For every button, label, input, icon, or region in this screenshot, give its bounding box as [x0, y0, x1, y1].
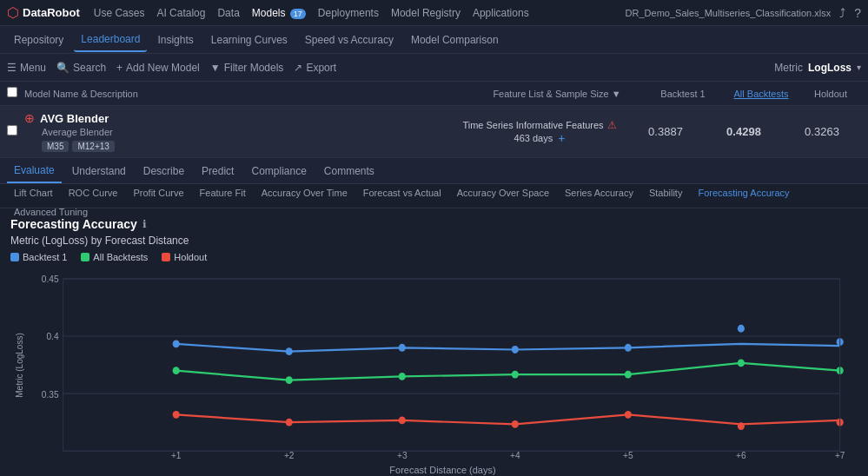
all-backtests-score: 0.4298: [705, 125, 783, 138]
feature-add-icon[interactable]: +: [558, 131, 565, 145]
green-point-6: [738, 359, 745, 367]
chart-tabs: Lift Chart ROC Curve Profit Curve Featur…: [0, 184, 868, 208]
nav-leaderboard[interactable]: Leaderboard: [74, 28, 147, 52]
chart-tab-series[interactable]: Series Accuracy: [558, 184, 640, 202]
share-icon[interactable]: ⤴: [839, 6, 845, 20]
tab-compliance[interactable]: Compliance: [244, 160, 313, 182]
logo-text: DataRobot: [23, 6, 80, 19]
blue-point-1: [173, 340, 180, 347]
nav-speed-accuracy[interactable]: Speed vs Accuracy: [298, 29, 401, 51]
legend-backtest1: Backtest 1: [10, 252, 67, 262]
red-point-1: [173, 411, 180, 419]
chart-tab-stability[interactable]: Stability: [642, 184, 690, 202]
blue-point-4: [512, 346, 519, 354]
model-tags: M35 M12+13: [24, 141, 453, 152]
col-backtest1: Backtest 1: [644, 89, 722, 99]
model-features: Time Series Informative Features ⚠ 463 d…: [453, 119, 626, 145]
nav-deployments[interactable]: Deployments: [318, 5, 379, 21]
menu-button[interactable]: ☰ Menu: [7, 62, 46, 74]
col-feature: Feature List & Sample Size ▼: [470, 89, 644, 99]
nav-use-cases[interactable]: Use Cases: [94, 5, 145, 21]
x-axis-label: Forecast Distance (days): [28, 465, 858, 475]
green-point-4: [512, 371, 519, 379]
nav-model-comparison[interactable]: Model Comparison: [404, 29, 506, 51]
top-nav-items: Use Cases AI Catalog Data Models 17 Depl…: [94, 5, 626, 21]
top-nav: ⬡ DataRobot Use Cases AI Catalog Data Mo…: [0, 0, 868, 26]
legend-dot-blue: [10, 253, 19, 261]
chart-svg: 0.45 0.4 0.35 +1 +2 +3 +4 +5 +6 +7: [28, 269, 858, 460]
logo: ⬡ DataRobot: [7, 4, 80, 21]
red-point-4: [512, 420, 519, 428]
filter-models-button[interactable]: ▼ Filter Models: [210, 62, 284, 74]
holdout-score: 0.3263: [783, 125, 861, 138]
chart-tab-roc[interactable]: ROC Curve: [62, 184, 125, 202]
nav-model-registry[interactable]: Model Registry: [391, 5, 461, 21]
help-icon[interactable]: ?: [854, 6, 861, 20]
filter-icon: ▼: [210, 62, 221, 74]
model-row: ⊕ AVG Blender Average Blender M35 M12+13…: [0, 106, 868, 158]
nav-data[interactable]: Data: [217, 5, 239, 21]
feature-days: 463 days: [514, 133, 553, 143]
metric-dropdown-arrow[interactable]: ▾: [857, 63, 861, 72]
toolbar-right: Metric LogLoss ▾: [774, 62, 861, 74]
chart-title: Forecasting Accuracy: [10, 217, 137, 231]
y-axis-label: Metric (LogLoss): [15, 333, 24, 397]
tab-comments[interactable]: Comments: [317, 160, 381, 182]
chart-tab-profit[interactable]: Profit Curve: [126, 184, 190, 202]
blue-line: [176, 344, 840, 352]
metric-value: LogLoss: [808, 62, 851, 74]
blue-point-2: [286, 347, 293, 355]
svg-text:0.35: 0.35: [42, 388, 59, 399]
tab-understand[interactable]: Understand: [65, 160, 133, 182]
red-point-6: [738, 422, 745, 430]
model-name: AVG Blender: [40, 112, 109, 125]
tag-m35[interactable]: M35: [42, 141, 69, 152]
model-info: ⊕ AVG Blender Average Blender M35 M12+13: [24, 111, 453, 152]
chart-tab-lift[interactable]: Lift Chart: [7, 184, 60, 202]
search-button[interactable]: 🔍 Search: [56, 62, 106, 74]
info-icon[interactable]: ℹ: [142, 218, 147, 230]
blue-point-6: [738, 325, 745, 333]
green-point-1: [173, 367, 180, 374]
chart-section: Forecasting Accuracy ℹ Metric (LogLoss) …: [0, 208, 868, 464]
chart-tab-accuracy-time[interactable]: Accuracy Over Time: [255, 184, 354, 202]
col-all-backtests[interactable]: All Backtests: [722, 89, 800, 99]
blue-point-3: [399, 344, 406, 352]
menu-icon: ☰: [7, 62, 17, 74]
search-icon: 🔍: [56, 62, 70, 74]
legend-dot-red: [162, 253, 170, 261]
y-label-container: Metric (LogLoss): [10, 269, 28, 460]
red-point-3: [399, 417, 406, 425]
filter-icon[interactable]: ▼: [612, 89, 621, 99]
green-point-2: [286, 376, 293, 384]
second-nav: Repository Leaderboard Insights Learning…: [0, 26, 868, 54]
select-all-checkbox[interactable]: [7, 87, 17, 97]
nav-models[interactable]: Models 17: [252, 5, 306, 21]
models-badge: 17: [290, 9, 306, 19]
chart-tab-forecast-actual[interactable]: Forecast vs Actual: [356, 184, 448, 202]
nav-repository[interactable]: Repository: [7, 29, 70, 51]
red-point-5: [625, 411, 632, 419]
nav-applications[interactable]: Applications: [473, 5, 529, 21]
chart-tab-feature-fit[interactable]: Feature Fit: [193, 184, 253, 202]
add-model-button[interactable]: + Add New Model: [116, 62, 200, 74]
chart-title-row: Forecasting Accuracy ℹ: [10, 217, 858, 231]
tag-m12[interactable]: M12+13: [72, 141, 114, 152]
export-button[interactable]: ↗ Export: [294, 62, 336, 74]
nav-right: DR_Demo_Sales_Multiseries_Classification…: [626, 6, 861, 20]
tab-predict[interactable]: Predict: [195, 160, 241, 182]
nav-learning-curves[interactable]: Learning Curves: [204, 29, 295, 51]
chart-tab-accuracy-space[interactable]: Accuracy Over Space: [450, 184, 556, 202]
table-header: Model Name & Description Feature List & …: [0, 82, 868, 106]
model-select-checkbox[interactable]: [7, 125, 17, 136]
chart-legend: Backtest 1 All Backtests Holdout: [10, 252, 858, 262]
feature-warning-icon: ⚠: [607, 119, 617, 131]
nav-ai-catalog[interactable]: AI Catalog: [156, 5, 205, 21]
chart-tab-forecasting[interactable]: Forecasting Accuracy: [691, 184, 796, 202]
tab-describe[interactable]: Describe: [136, 160, 191, 182]
eval-tabs: Evaluate Understand Describe Predict Com…: [0, 158, 868, 184]
header-checkbox: [7, 87, 24, 100]
tab-evaluate[interactable]: Evaluate: [7, 159, 62, 183]
nav-insights[interactable]: Insights: [150, 29, 200, 51]
feature-text: Time Series Informative Features: [462, 120, 603, 130]
